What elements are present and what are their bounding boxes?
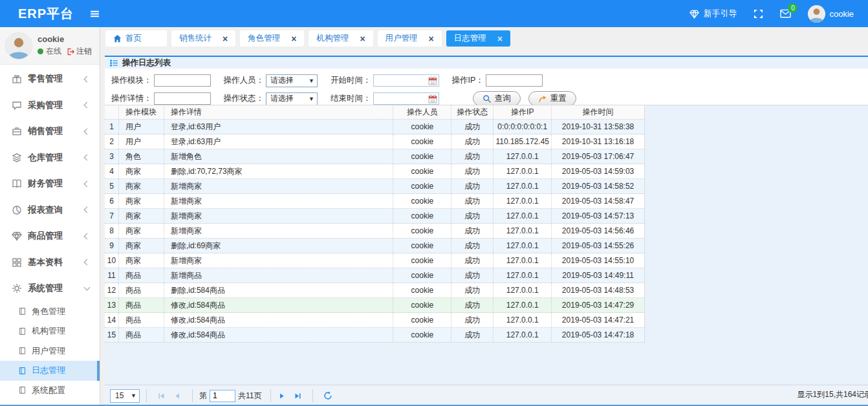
- close-icon[interactable]: ×: [222, 34, 228, 44]
- cell-status: 成功: [451, 268, 494, 283]
- status-select[interactable]: 请选择▼: [266, 92, 318, 105]
- sidebar-subitem-user[interactable]: 用户管理: [0, 341, 100, 361]
- table-row[interactable]: 13商品修改,id:584商品cookie成功127.0.0.12019-05-…: [105, 298, 644, 313]
- first-page-icon[interactable]: [157, 392, 166, 400]
- cell-status: 成功: [451, 179, 494, 193]
- ip-input[interactable]: [486, 74, 543, 87]
- table-row[interactable]: 8商家新增商家cookie成功127.0.0.12019-05-03 14:56…: [105, 224, 644, 239]
- row-number-cell: 8: [105, 224, 119, 238]
- end-time-input[interactable]: [374, 93, 427, 104]
- tab-home[interactable]: 首页: [105, 30, 167, 47]
- logout-button[interactable]: 注销: [67, 46, 92, 57]
- column-header[interactable]: 操作详情: [164, 105, 394, 119]
- table-row[interactable]: 3角色新增角色cookie成功127.0.0.12019-05-03 17:06…: [105, 149, 644, 164]
- reset-button[interactable]: 重置: [528, 91, 576, 106]
- tab-user[interactable]: 用户管理×: [378, 30, 442, 47]
- chevron-left-icon: [84, 76, 91, 82]
- refresh-icon[interactable]: [323, 391, 332, 400]
- column-header[interactable]: 操作模块: [119, 105, 164, 119]
- table-row[interactable]: 14商品修改,id:584商品cookie成功127.0.0.12019-05-…: [105, 313, 644, 328]
- page-number-input[interactable]: [210, 390, 235, 402]
- cell-ip: 127.0.0.1: [494, 179, 552, 193]
- diamond-icon: [12, 231, 22, 241]
- table-row[interactable]: 6商家新增商家cookie成功127.0.0.12019-05-03 14:58…: [105, 194, 644, 209]
- table-row[interactable]: 5商家新增商家cookie成功127.0.0.12019-05-03 14:58…: [105, 179, 644, 194]
- sidebar-item-goods[interactable]: 商品管理: [0, 223, 100, 250]
- close-icon[interactable]: ×: [291, 34, 296, 44]
- cell-time: 2019-05-03 14:47:21: [552, 313, 644, 327]
- calendar-icon[interactable]: 12: [428, 76, 437, 85]
- row-number-cell: 7: [105, 209, 119, 223]
- module-input[interactable]: [154, 74, 211, 87]
- sidebar-item-purchase[interactable]: 采购管理: [0, 92, 100, 119]
- sidebar-subitem-role[interactable]: 角色管理: [0, 302, 100, 322]
- cell-status: 成功: [451, 194, 494, 208]
- sidebar-subitem-log[interactable]: 日志管理: [0, 361, 100, 381]
- operator-select[interactable]: 请选择▼: [266, 74, 318, 87]
- search-form: 操作模块： 操作人员： 请选择▼ 开始时间： 12 操作IP： 操作详情： 操作…: [105, 69, 868, 105]
- messages-button[interactable]: 0: [780, 9, 791, 18]
- table-row[interactable]: 15商品修改,id:584商品cookie成功127.0.0.12019-05-…: [105, 328, 644, 343]
- query-button[interactable]: 查询: [473, 91, 521, 106]
- table-row[interactable]: 4商家删除,id:70,72,73商家cookie成功127.0.0.12019…: [105, 164, 644, 179]
- table-row[interactable]: 10商家新增商家cookie成功127.0.0.12019-05-03 14:5…: [105, 253, 644, 268]
- sidebar-subitem-label: 系统配置: [32, 385, 65, 396]
- cell-status: 成功: [451, 283, 494, 297]
- header-user-button[interactable]: cookie: [808, 5, 854, 23]
- record-summary: 显示1到15,共164记录: [797, 389, 868, 400]
- operator-label: 操作人员：: [224, 75, 265, 86]
- cell-time: 2019-05-03 14:48:53: [552, 283, 644, 297]
- close-icon[interactable]: ×: [360, 34, 365, 44]
- table-row[interactable]: 7商家新增商家cookie成功127.0.0.12019-05-03 14:57…: [105, 209, 644, 224]
- start-time-input[interactable]: [374, 75, 427, 86]
- next-page-icon[interactable]: [277, 392, 286, 400]
- column-header[interactable]: 操作时间: [552, 105, 644, 119]
- guide-button[interactable]: 新手引导: [689, 8, 737, 19]
- hamburger-icon[interactable]: [89, 8, 100, 19]
- last-page-icon[interactable]: [294, 392, 302, 400]
- sidebar-item-system[interactable]: 系统管理: [0, 275, 100, 302]
- tab-role[interactable]: 角色管理×: [240, 30, 304, 47]
- chevron-down-icon: [84, 284, 91, 291]
- table-row[interactable]: 9商家删除,id:69商家cookie成功127.0.0.12019-05-03…: [105, 239, 644, 253]
- chevron-left-icon: [84, 207, 91, 213]
- detail-input[interactable]: [154, 92, 211, 105]
- page-size-select[interactable]: 15▼: [110, 389, 140, 403]
- gem-icon: [689, 9, 699, 19]
- sidebar: cookie 在线 注销 零售管理采购管理销售管理仓库管理财务管理报表查询商品管…: [0, 27, 100, 406]
- divider: [192, 389, 193, 402]
- guide-label: 新手引导: [703, 8, 737, 19]
- sidebar-subitem-org[interactable]: 机构管理: [0, 321, 100, 341]
- fullscreen-button[interactable]: [754, 9, 763, 19]
- table-row[interactable]: 12商品删除,id:584商品cookie成功127.0.0.12019-05-…: [105, 283, 644, 298]
- close-icon[interactable]: ×: [497, 34, 503, 44]
- chevron-left-icon: [84, 128, 91, 134]
- sidebar-item-finance[interactable]: 财务管理: [0, 171, 100, 197]
- cell-status: 成功: [451, 313, 494, 327]
- tab-stats[interactable]: 销售统计×: [171, 30, 235, 47]
- row-number-cell: 4: [105, 164, 119, 178]
- column-header[interactable]: 操作IP: [494, 105, 552, 119]
- sidebar-subitem-config[interactable]: 系统配置: [0, 381, 100, 401]
- column-header[interactable]: 操作状态: [451, 105, 494, 119]
- table-row[interactable]: 2用户登录,id:63用户cookie成功110.185.172.452019-…: [105, 134, 644, 149]
- calendar-icon[interactable]: 12: [428, 94, 437, 103]
- online-status-dot: [38, 48, 43, 54]
- row-number-cell: 2: [105, 134, 119, 149]
- sidebar-item-retail[interactable]: 零售管理: [0, 66, 100, 92]
- sidebar-item-basic[interactable]: 基本资料: [0, 250, 100, 276]
- table-row[interactable]: 11商品新增商品cookie成功127.0.0.12019-05-03 14:4…: [105, 268, 644, 283]
- cell-ip: 127.0.0.1: [494, 194, 552, 208]
- status-label: 操作状态：: [224, 93, 265, 104]
- sidebar-item-sales[interactable]: 销售管理: [0, 118, 100, 145]
- tab-org[interactable]: 机构管理×: [309, 30, 373, 47]
- sidebar-item-warehouse[interactable]: 仓库管理: [0, 145, 100, 171]
- table-row[interactable]: 1用户登录,id:63用户cookie成功0:0:0:0:0:0:0:12019…: [105, 120, 644, 134]
- cell-status: 成功: [451, 239, 494, 253]
- prev-page-icon[interactable]: [173, 392, 182, 400]
- notebook-icon: [18, 347, 27, 355]
- close-icon[interactable]: ×: [429, 34, 434, 44]
- column-header[interactable]: 操作人员: [393, 105, 451, 119]
- tab-log[interactable]: 日志管理×: [446, 30, 510, 47]
- sidebar-item-report[interactable]: 报表查询: [0, 197, 100, 224]
